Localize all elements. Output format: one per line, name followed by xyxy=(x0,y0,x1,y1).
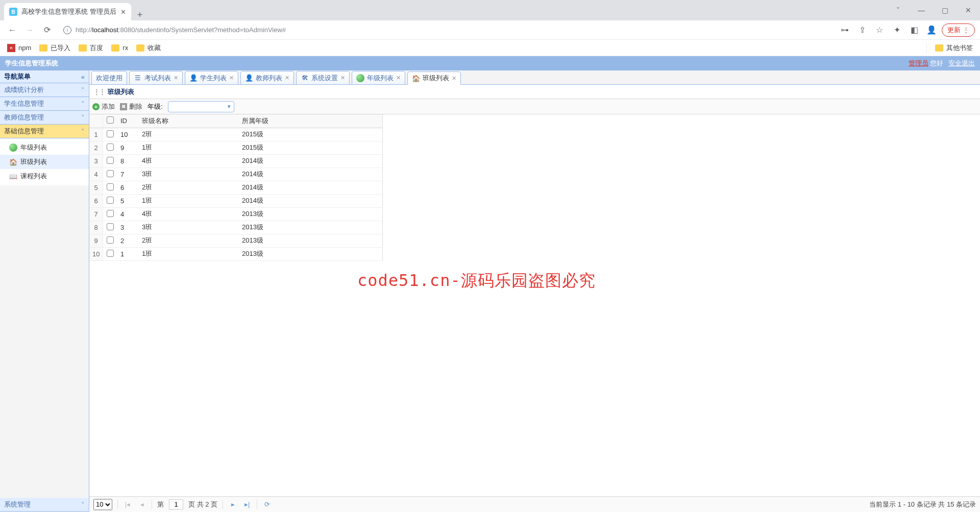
delete-button[interactable]: ✖删除 xyxy=(120,102,142,111)
sidebar-item-basic[interactable]: 基础信息管理˄ xyxy=(0,125,89,138)
cell-name: 2班 xyxy=(139,128,239,141)
row-checkbox[interactable] xyxy=(103,234,117,247)
collapse-icon[interactable]: « xyxy=(81,73,85,81)
bookmark-npm[interactable]: nnpm xyxy=(7,44,31,52)
cell-id: 8 xyxy=(117,154,139,168)
col-grade[interactable]: 所属年级 xyxy=(239,114,382,128)
grade-combobox[interactable]: ▼ xyxy=(168,101,234,112)
table-row[interactable]: 744班2013级 xyxy=(89,207,382,221)
row-checkbox[interactable] xyxy=(103,128,117,141)
tab-grade[interactable]: 年级列表✕ xyxy=(352,71,405,84)
table-row[interactable]: 291班2015级 xyxy=(89,141,382,154)
bookmark-rx[interactable]: rx xyxy=(111,44,128,52)
table-row[interactable]: 473班2014级 xyxy=(89,168,382,181)
table-row[interactable]: 1011班2013级 xyxy=(89,247,382,260)
update-button[interactable]: 更新⋮ xyxy=(942,23,975,37)
key-icon[interactable]: ⊶ xyxy=(838,25,852,35)
row-checkbox[interactable] xyxy=(103,181,117,194)
col-name[interactable]: 班级名称 xyxy=(139,114,239,128)
chevron-down-icon: ˅ xyxy=(81,114,85,122)
sidebar-item-system[interactable]: 系统管理˅ xyxy=(0,498,89,512)
col-id[interactable]: ID xyxy=(117,114,139,128)
user-icon: 👤 xyxy=(189,74,198,82)
tab-student[interactable]: 👤学生列表✕ xyxy=(185,71,238,84)
tree-item-course[interactable]: 📖课程列表 xyxy=(0,169,89,183)
add-button[interactable]: +添加 xyxy=(92,102,115,111)
tab-settings[interactable]: 🛠系统设置✕ xyxy=(296,71,350,84)
cell-name: 4班 xyxy=(139,154,239,168)
col-check[interactable] xyxy=(103,114,117,128)
close-icon[interactable]: ✕ xyxy=(120,8,126,16)
sidepanel-icon[interactable]: ◧ xyxy=(907,25,921,35)
tab-teacher[interactable]: 👤教师列表✕ xyxy=(240,71,294,84)
browser-tab[interactable]: B 高校学生信息管理系统 管理员后 ✕ xyxy=(4,3,131,20)
last-page-icon[interactable]: ▸| xyxy=(242,500,252,508)
star-icon[interactable]: ☆ xyxy=(872,25,887,35)
content-tabs: 欢迎使用 ☰考试列表✕ 👤学生列表✕ 👤教师列表✕ 🛠系统设置✕ 年级列表✕ 🏠… xyxy=(89,70,980,85)
close-icon[interactable]: ✕ xyxy=(340,75,345,81)
page-input[interactable] xyxy=(169,499,183,510)
first-page-icon[interactable]: |◂ xyxy=(123,500,132,508)
tree-item-grade[interactable]: 年级列表 xyxy=(0,140,89,155)
close-icon[interactable]: ✕ xyxy=(452,75,456,82)
chevron-down-icon: ˅ xyxy=(81,100,85,108)
profile-icon[interactable]: 👤 xyxy=(924,25,939,35)
reload-button[interactable]: ⟳ xyxy=(40,23,54,37)
tab-class[interactable]: 🏠班级列表✕ xyxy=(407,71,461,85)
new-tab-button[interactable]: + xyxy=(131,10,149,20)
tab-exam[interactable]: ☰考试列表✕ xyxy=(129,71,183,84)
row-checkbox[interactable] xyxy=(103,207,117,221)
refresh-icon[interactable]: ⟳ xyxy=(262,500,272,508)
next-page-icon[interactable]: ▸ xyxy=(228,500,237,508)
maximize-icon[interactable]: ▢ xyxy=(933,6,957,14)
tab-title: 高校学生信息管理系统 管理员后 xyxy=(21,7,116,16)
row-checkbox[interactable] xyxy=(103,154,117,168)
cell-id: 2 xyxy=(117,234,139,247)
row-checkbox[interactable] xyxy=(103,194,117,207)
sidebar-item-student[interactable]: 学生信息管理˅ xyxy=(0,97,89,111)
table-row[interactable]: 384班2014级 xyxy=(89,154,382,168)
page-size-select[interactable]: 10 xyxy=(93,499,112,510)
row-checkbox[interactable] xyxy=(103,168,117,181)
home-icon: 🏠 xyxy=(9,158,17,166)
row-checkbox[interactable] xyxy=(103,247,117,260)
folder-icon xyxy=(79,44,87,52)
table-row[interactable]: 922班2013级 xyxy=(89,234,382,247)
dropdown-icon[interactable]: ˅ xyxy=(886,6,910,14)
cell-grade: 2015级 xyxy=(239,128,382,141)
bookmark-baidu[interactable]: 百度 xyxy=(79,43,103,53)
sidebar-item-stats[interactable]: 成绩统计分析˅ xyxy=(0,83,89,97)
close-icon[interactable]: ✕ xyxy=(396,75,401,81)
row-number: 6 xyxy=(89,194,103,207)
close-icon[interactable]: ✕ xyxy=(229,75,234,81)
folder-icon xyxy=(935,44,943,52)
bookmark-fav[interactable]: 收藏 xyxy=(136,43,161,53)
home-icon: 🏠 xyxy=(412,74,420,82)
extensions-icon[interactable]: ✦ xyxy=(890,25,904,35)
table-row[interactable]: 833班2013级 xyxy=(89,221,382,234)
row-number: 8 xyxy=(89,221,103,234)
sidebar-item-teacher[interactable]: 教师信息管理˅ xyxy=(0,111,89,125)
table-row[interactable]: 651班2014级 xyxy=(89,194,382,207)
logout-link[interactable]: 安全退出 xyxy=(948,59,975,67)
cell-grade: 2014级 xyxy=(239,194,382,207)
current-user[interactable]: 管理员 xyxy=(909,59,928,67)
row-checkbox[interactable] xyxy=(103,221,117,234)
close-icon[interactable]: ✕ xyxy=(285,75,289,81)
share-icon[interactable]: ⇪ xyxy=(855,25,869,35)
bookmark-imported[interactable]: 已导入 xyxy=(39,43,70,53)
row-checkbox[interactable] xyxy=(103,141,117,154)
tab-welcome[interactable]: 欢迎使用 xyxy=(91,71,127,84)
address-bar[interactable]: i http://localhost:8080/studentinfo/Syst… xyxy=(57,22,835,38)
cell-grade: 2013级 xyxy=(239,247,382,260)
back-button[interactable]: ← xyxy=(5,23,19,37)
tree-item-class[interactable]: 🏠班级列表 xyxy=(0,155,89,169)
table-row[interactable]: 1102班2015级 xyxy=(89,128,382,141)
table-row[interactable]: 562班2014级 xyxy=(89,181,382,194)
close-window-icon[interactable]: ✕ xyxy=(957,6,980,14)
other-bookmarks[interactable]: 其他书签 xyxy=(935,43,973,53)
close-icon[interactable]: ✕ xyxy=(174,75,178,81)
prev-page-icon[interactable]: ◂ xyxy=(137,500,146,508)
minimize-icon[interactable]: — xyxy=(910,6,933,14)
forward-button[interactable]: → xyxy=(22,23,37,37)
